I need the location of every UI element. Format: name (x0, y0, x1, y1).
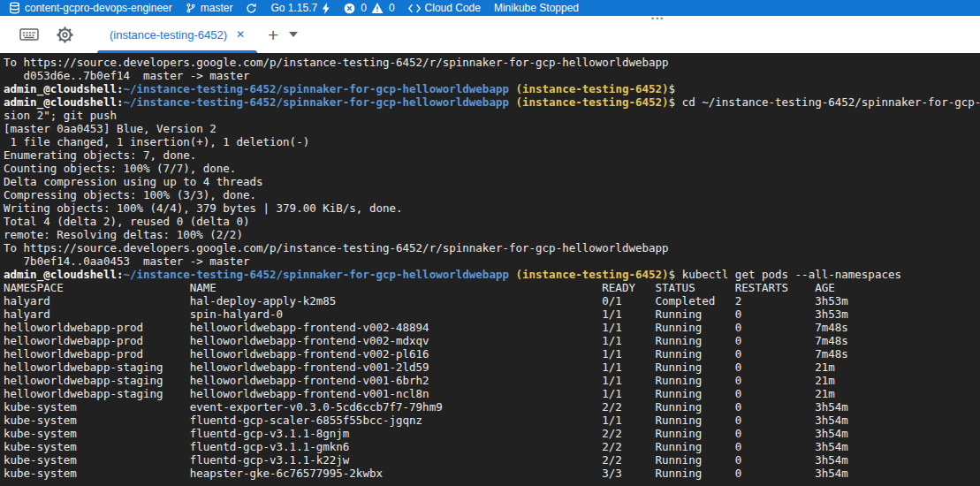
pods-table-row: kube-system fluentd-gcp-v3.1.1-gmkn6 2/2… (4, 440, 980, 453)
terminal-output-line: sion 2"; git push (4, 109, 980, 122)
status-bar: content-gcpro-devops-engineer master Go … (0, 0, 980, 16)
pods-table-row: kube-system fluentd-gcp-scaler-6855f55bc… (4, 414, 980, 427)
terminal-prompt-line: admin_@cloudshell:~/instance-testing-645… (4, 82, 980, 95)
pods-table-row: helloworldwebapp-staging helloworldwebap… (4, 361, 980, 374)
terminal-output-line: 7b0ef14..0aa0453 master -> master (4, 254, 980, 268)
pods-table-row: halyard spin-halyard-0 1/1 Running 0 3h5… (4, 308, 980, 321)
pods-table-row: helloworldwebapp-prod helloworldwebapp-f… (4, 321, 980, 334)
pods-table-row: kube-system fluentd-gcp-v3.1.1-8gnjm 2/2… (4, 427, 980, 440)
go-version: Go 1.15.7 (270, 2, 317, 14)
branch-icon (186, 2, 196, 14)
terminal-settings-button[interactable] (53, 23, 76, 46)
error-icon (344, 3, 355, 14)
error-count: 0 (361, 2, 367, 14)
warning-count: 0 (389, 2, 395, 14)
problems-indicator[interactable]: 0 0 (344, 0, 394, 16)
keyboard-icon (19, 27, 39, 42)
git-branch-indicator[interactable]: master (186, 0, 233, 16)
cloud-code-indicator[interactable]: Cloud Code (408, 0, 481, 16)
terminal-output-line: remote: Resolving deltas: 100% (2/2) (4, 228, 980, 241)
chevron-down-icon (289, 32, 298, 37)
pods-table-row: helloworldwebapp-staging helloworldwebap… (4, 387, 980, 400)
pods-table-row: kube-system fluentd-gcp-v3.1.1-k22jw 2/2… (4, 453, 980, 467)
pods-table-row: kube-system event-exporter-v0.3.0-5cd6cc… (4, 400, 980, 414)
terminal-output-line: To https://source.developers.google.com/… (4, 241, 980, 254)
code-brackets-icon (408, 4, 421, 13)
terminal-keyboard-button[interactable] (18, 23, 41, 46)
terminal-output-line: Compressing objects: 100% (3/3), done. (4, 188, 980, 201)
terminal-output-line: Enumerating objects: 7, done. (4, 148, 980, 162)
tab-bar: ••• (instance-testing-6452) ✕ + (0, 16, 980, 53)
warning-icon (371, 3, 384, 13)
terminal-output-line: d053d6e..7b0ef14 master -> master (4, 69, 980, 82)
gear-icon (56, 26, 74, 44)
terminal-output-line: Counting objects: 100% (7/7), done. (4, 162, 980, 175)
tab-options-button[interactable] (289, 32, 298, 37)
minikube-status-indicator[interactable]: Minikube Stopped (494, 0, 579, 16)
cloud-code-label: Cloud Code (425, 2, 481, 14)
terminal-output-line: To https://source.developers.google.com/… (4, 56, 980, 69)
terminal-tab[interactable]: (instance-testing-6452) ✕ (97, 16, 257, 53)
panel-drag-handle[interactable]: ••• (651, 14, 665, 23)
pods-table-row: kube-system heapster-gke-6c76577995-2kwb… (4, 467, 980, 480)
terminal-output-line: Delta compression using up to 4 threads (4, 175, 980, 188)
add-tab-button[interactable]: + (268, 26, 278, 44)
terminal-prompt-line: admin_@cloudshell:~/instance-testing-645… (4, 268, 980, 281)
pods-table-row: helloworldwebapp-staging helloworldwebap… (4, 374, 980, 387)
terminal-output-line: 1 file changed, 1 insertion(+), 1 deleti… (4, 135, 980, 148)
project-indicator[interactable]: content-gcpro-devops-engineer (9, 0, 172, 16)
sync-icon (246, 3, 257, 14)
terminal-output-line: Writing objects: 100% (4/4), 379 bytes |… (4, 201, 980, 215)
pods-table-header: NAMESPACE NAME READY STATUS RESTARTS AGE (4, 281, 980, 294)
project-name: content-gcpro-devops-engineer (25, 2, 172, 14)
terminal-output-line: Total 4 (delta 2), reused 0 (delta 0) (4, 215, 980, 228)
terminal-prompt-line: admin_@cloudshell:~/instance-testing-645… (4, 95, 980, 109)
pods-table-row: halyard hal-deploy-apply-k2m85 0/1 Compl… (4, 294, 980, 308)
sync-button[interactable] (246, 0, 257, 16)
database-icon (9, 2, 20, 14)
terminal[interactable]: To https://source.developers.google.com/… (0, 53, 980, 486)
lightning-icon (322, 3, 330, 14)
terminal-output-line: [master 0aa0453] Blue, Version 2 (4, 122, 980, 135)
terminal-tab-label: (instance-testing-6452) (110, 28, 227, 42)
go-version-indicator[interactable]: Go 1.15.7 (270, 0, 330, 16)
pods-table-row: helloworldwebapp-prod helloworldwebapp-f… (4, 347, 980, 361)
pods-table-row: helloworldwebapp-prod helloworldwebapp-f… (4, 334, 980, 347)
tab-close-icon[interactable]: ✕ (236, 28, 245, 41)
minikube-status: Minikube Stopped (494, 2, 579, 14)
branch-name: master (201, 2, 233, 14)
